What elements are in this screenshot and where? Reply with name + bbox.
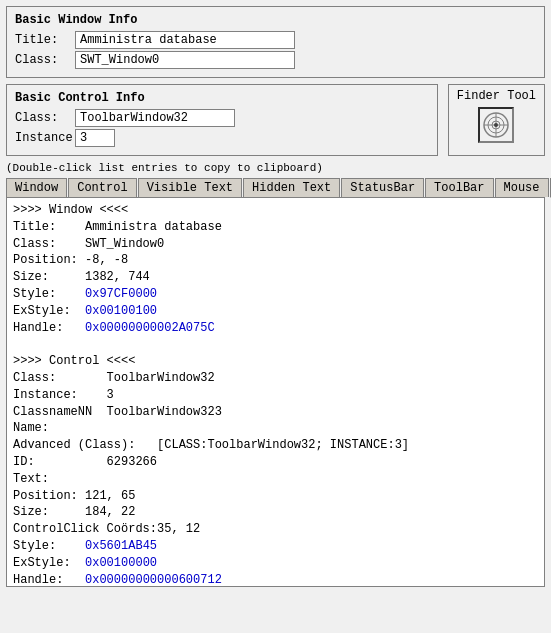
tab-hidden-text[interactable]: Hidden Text — [243, 178, 340, 197]
instance-input[interactable] — [75, 129, 115, 147]
title-input[interactable] — [75, 31, 295, 49]
instance-label: Instance: — [15, 131, 75, 145]
summary-content-area[interactable]: >>>> Window <<<< Title: Amministra datab… — [6, 197, 545, 587]
class-label: Class: — [15, 53, 75, 67]
basic-window-info-box: Basic Window Info Title: Class: — [6, 6, 545, 78]
finder-tool-label: Finder Tool — [457, 89, 536, 103]
basic-control-info-title: Basic Control Info — [15, 91, 429, 105]
title-row: Title: — [15, 31, 536, 49]
tab-visible-text[interactable]: Visible Text — [138, 178, 242, 197]
tab-control[interactable]: Control — [68, 178, 136, 197]
tab-toolbar[interactable]: ToolBar — [425, 178, 493, 197]
help-text: (Double-click list entries to copy to cl… — [6, 162, 545, 174]
basic-window-info-title: Basic Window Info — [15, 13, 536, 27]
control-class-input[interactable] — [75, 109, 235, 127]
main-container: Basic Window Info Title: Class: Basic Co… — [0, 0, 551, 593]
control-class-label: Class: — [15, 111, 75, 125]
summary-text: >>>> Window <<<< Title: Amministra datab… — [13, 202, 538, 587]
class-input[interactable] — [75, 51, 295, 69]
tab-mouse[interactable]: Mouse — [495, 178, 549, 197]
tabs-and-content: Window Control Visible Text Hidden Text … — [6, 178, 545, 587]
tab-statusbar[interactable]: StatusBar — [341, 178, 424, 197]
control-class-row: Class: — [15, 109, 429, 127]
tabs-container: Window Control Visible Text Hidden Text … — [6, 178, 545, 197]
control-finder-row: Basic Control Info Class: Instance: Find… — [6, 84, 545, 156]
finder-tool-icon — [482, 111, 510, 139]
finder-tool-box: Finder Tool — [448, 84, 545, 156]
class-row: Class: — [15, 51, 536, 69]
basic-control-info-box: Basic Control Info Class: Instance: — [6, 84, 438, 156]
finder-icon-button[interactable] — [478, 107, 514, 143]
instance-row: Instance: — [15, 129, 429, 147]
title-label: Title: — [15, 33, 75, 47]
tab-window[interactable]: Window — [6, 178, 67, 197]
svg-point-5 — [494, 123, 498, 127]
